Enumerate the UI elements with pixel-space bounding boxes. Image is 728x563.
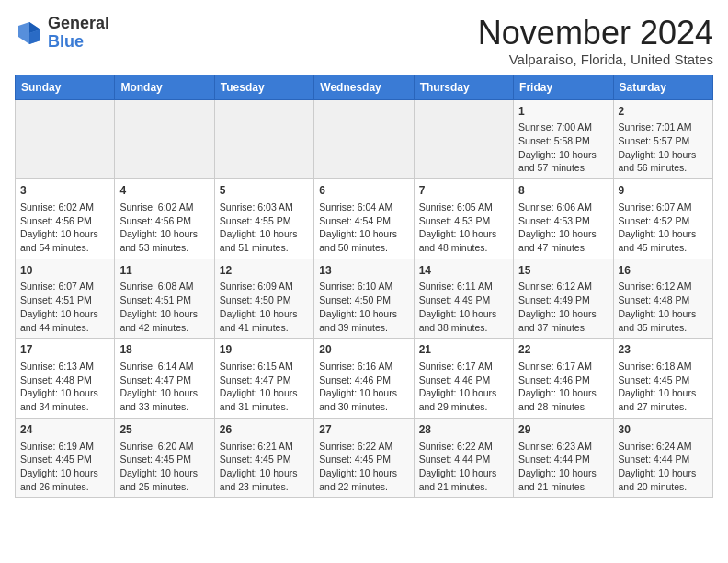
weekday-header-cell: Wednesday (314, 75, 414, 99)
day-number: 7 (419, 183, 508, 199)
day-info-line: Sunset: 5:58 PM (518, 134, 608, 148)
day-info-line: Daylight: 10 hours and 29 minutes. (419, 386, 508, 413)
day-info-line: Sunrise: 6:12 AM (518, 280, 608, 293)
day-info-line: Sunset: 4:44 PM (518, 453, 608, 466)
day-info-line: Daylight: 10 hours and 33 minutes. (119, 386, 209, 413)
calendar-week-row: 17Sunrise: 6:13 AMSunset: 4:48 PMDayligh… (16, 339, 713, 419)
logo-blue: Blue (48, 32, 84, 51)
day-info-line: Sunrise: 6:12 AM (619, 280, 708, 293)
day-info-line: Sunset: 4:45 PM (220, 453, 309, 466)
calendar-day-cell: 15Sunrise: 6:12 AMSunset: 4:49 PMDayligh… (514, 259, 613, 339)
day-info-line: Sunrise: 6:06 AM (518, 201, 608, 214)
day-info-line: Daylight: 10 hours and 34 minutes. (20, 386, 109, 413)
calendar-day-cell: 28Sunrise: 6:22 AMSunset: 4:44 PMDayligh… (414, 418, 513, 498)
day-info-line: Sunset: 4:51 PM (20, 293, 109, 307)
day-info-line: Sunrise: 6:22 AM (319, 440, 408, 454)
day-number: 9 (619, 183, 708, 199)
day-info-line: Daylight: 10 hours and 21 minutes. (518, 466, 608, 493)
calendar-day-cell: 3Sunrise: 6:02 AMSunset: 4:56 PMDaylight… (16, 179, 115, 259)
calendar-day-cell: 26Sunrise: 6:21 AMSunset: 4:45 PMDayligh… (214, 418, 313, 498)
calendar-day-cell: 7Sunrise: 6:05 AMSunset: 4:53 PMDaylight… (414, 179, 513, 259)
calendar-day-cell: 25Sunrise: 6:20 AMSunset: 4:45 PMDayligh… (115, 418, 214, 498)
day-info-line: Sunrise: 6:10 AM (319, 280, 408, 293)
calendar-day-cell: 21Sunrise: 6:17 AMSunset: 4:46 PMDayligh… (414, 339, 513, 419)
day-info-line: Sunset: 4:48 PM (619, 293, 708, 307)
calendar-week-row: 10Sunrise: 6:07 AMSunset: 4:51 PMDayligh… (16, 259, 713, 339)
day-info-line: Sunrise: 6:22 AM (419, 440, 508, 454)
day-info-line: Sunrise: 6:20 AM (119, 440, 209, 454)
day-info-line: Sunset: 4:45 PM (119, 453, 209, 466)
calendar-day-cell: 5Sunrise: 6:03 AMSunset: 4:55 PMDaylight… (214, 179, 313, 259)
calendar-day-cell: 19Sunrise: 6:15 AMSunset: 4:47 PMDayligh… (214, 339, 313, 419)
day-info-line: Daylight: 10 hours and 56 minutes. (619, 148, 708, 175)
calendar-day-cell (414, 99, 513, 179)
logo-general: General (48, 14, 109, 32)
day-info-line: Sunrise: 6:09 AM (220, 280, 309, 293)
day-info-line: Sunset: 4:45 PM (619, 373, 708, 387)
day-number: 26 (220, 422, 309, 438)
calendar-day-cell: 22Sunrise: 6:17 AMSunset: 4:46 PMDayligh… (514, 339, 613, 419)
day-info-line: Sunset: 4:48 PM (20, 373, 109, 387)
calendar-day-cell: 18Sunrise: 6:14 AMSunset: 4:47 PMDayligh… (115, 339, 214, 419)
day-info-line: Sunset: 4:49 PM (419, 293, 508, 307)
calendar-day-cell: 24Sunrise: 6:19 AMSunset: 4:45 PMDayligh… (16, 418, 115, 498)
day-info-line: Sunset: 4:44 PM (619, 453, 708, 466)
day-info-line: Daylight: 10 hours and 26 minutes. (20, 466, 109, 493)
day-number: 15 (518, 263, 608, 279)
day-info-line: Sunrise: 6:02 AM (119, 201, 209, 214)
day-info-line: Sunset: 5:57 PM (619, 134, 708, 148)
day-number: 1 (518, 104, 608, 120)
weekday-header-cell: Saturday (613, 75, 712, 99)
day-info-line: Daylight: 10 hours and 50 minutes. (319, 227, 408, 254)
day-info-line: Daylight: 10 hours and 28 minutes. (518, 386, 608, 413)
day-info-line: Daylight: 10 hours and 45 minutes. (619, 227, 708, 254)
day-info-line: Sunrise: 6:08 AM (119, 280, 209, 293)
day-info-line: Daylight: 10 hours and 23 minutes. (220, 466, 309, 493)
day-info-line: Daylight: 10 hours and 27 minutes. (619, 386, 708, 413)
day-info-line: Sunset: 4:45 PM (319, 453, 408, 466)
calendar-day-cell: 13Sunrise: 6:10 AMSunset: 4:50 PMDayligh… (314, 259, 414, 339)
weekday-header-cell: Sunday (16, 75, 115, 99)
calendar-table: SundayMondayTuesdayWednesdayThursdayFrid… (15, 75, 713, 499)
day-info-line: Daylight: 10 hours and 39 minutes. (319, 307, 408, 334)
day-info-line: Sunrise: 6:03 AM (220, 201, 309, 214)
day-number: 16 (619, 263, 708, 279)
day-info-line: Sunset: 4:52 PM (619, 214, 708, 228)
month-title: November 2024 (478, 15, 713, 52)
day-number: 28 (419, 422, 508, 438)
calendar-day-cell: 4Sunrise: 6:02 AMSunset: 4:56 PMDaylight… (115, 179, 214, 259)
day-info-line: Daylight: 10 hours and 25 minutes. (119, 466, 209, 493)
day-info-line: Sunset: 4:47 PM (220, 373, 309, 387)
day-info-line: Daylight: 10 hours and 42 minutes. (119, 307, 209, 334)
day-number: 13 (319, 263, 408, 279)
day-number: 18 (119, 342, 209, 358)
day-number: 24 (20, 422, 109, 438)
day-number: 5 (220, 183, 309, 199)
day-info-line: Sunrise: 6:17 AM (419, 360, 508, 373)
day-info-line: Sunrise: 7:01 AM (619, 121, 708, 134)
calendar-day-cell: 16Sunrise: 6:12 AMSunset: 4:48 PMDayligh… (613, 259, 712, 339)
day-info-line: Daylight: 10 hours and 54 minutes. (20, 227, 109, 254)
calendar-day-cell (214, 99, 313, 179)
day-info-line: Sunrise: 6:14 AM (119, 360, 209, 373)
day-info-line: Sunrise: 6:05 AM (419, 201, 508, 214)
day-info-line: Sunrise: 6:15 AM (220, 360, 309, 373)
day-info-line: Sunset: 4:45 PM (20, 453, 109, 466)
day-info-line: Daylight: 10 hours and 41 minutes. (220, 307, 309, 334)
calendar-day-cell: 6Sunrise: 6:04 AMSunset: 4:54 PMDaylight… (314, 179, 414, 259)
day-info-line: Daylight: 10 hours and 30 minutes. (319, 386, 408, 413)
day-info-line: Sunset: 4:56 PM (20, 214, 109, 228)
day-info-line: Daylight: 10 hours and 38 minutes. (419, 307, 508, 334)
day-info-line: Daylight: 10 hours and 44 minutes. (20, 307, 109, 334)
calendar-day-cell: 17Sunrise: 6:13 AMSunset: 4:48 PMDayligh… (16, 339, 115, 419)
day-info-line: Sunrise: 6:17 AM (518, 360, 608, 373)
day-info-line: Sunset: 4:44 PM (419, 453, 508, 466)
day-number: 4 (119, 183, 209, 199)
calendar-day-cell: 23Sunrise: 6:18 AMSunset: 4:45 PMDayligh… (613, 339, 712, 419)
day-info-line: Sunset: 4:46 PM (319, 373, 408, 387)
weekday-header-row: SundayMondayTuesdayWednesdayThursdayFrid… (16, 75, 713, 99)
day-info-line: Sunrise: 6:18 AM (619, 360, 708, 373)
day-info-line: Daylight: 10 hours and 21 minutes. (419, 466, 508, 493)
day-info-line: Daylight: 10 hours and 22 minutes. (319, 466, 408, 493)
day-info-line: Sunrise: 6:11 AM (419, 280, 508, 293)
